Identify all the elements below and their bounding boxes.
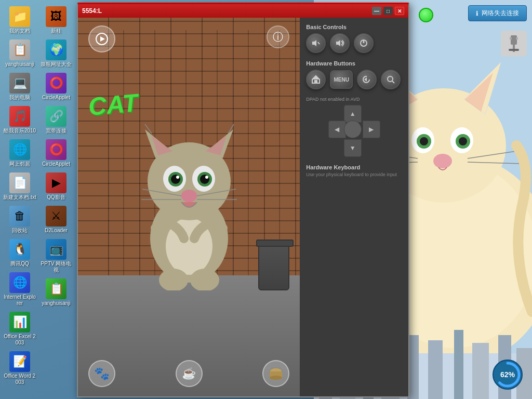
search-button[interactable] — [381, 70, 401, 89]
word-icon: 📝 — [9, 351, 30, 372]
svg-point-12 — [420, 137, 428, 145]
menu-label: MENU — [334, 77, 349, 83]
desktop-icon-qq[interactable]: 🐧 腾讯QQ — [2, 237, 37, 269]
icon-label: CircleApplet — [42, 95, 70, 101]
dpad-left-icon: ◀ — [335, 126, 339, 133]
svg-point-13 — [459, 137, 467, 145]
network-disconnect-button[interactable]: ℹ 网络失去连接 — [468, 5, 527, 21]
power-button[interactable] — [354, 33, 374, 53]
recycle-bin-icon: 🗑 — [9, 206, 30, 227]
desktop-icon-d2loader[interactable]: ⚔ D2Loader — [38, 204, 74, 236]
basic-controls-row — [306, 33, 402, 53]
back-button[interactable] — [357, 70, 377, 89]
svg-marker-60 — [100, 36, 105, 42]
yanghuisanji-icon: 📋 — [9, 39, 30, 60]
dpad-down-button[interactable]: ▼ — [344, 139, 362, 157]
desktop-icon-wangshang-neighbor[interactable]: 🌐 网上邻居 — [2, 137, 37, 169]
desktop-icon-word[interactable]: 📝 Office Word 2003 — [2, 349, 37, 388]
desktop-icon-excel[interactable]: 📊 Office Excel 2003 — [2, 310, 37, 348]
dpad-control: ▲ ▼ ◀ ▶ — [328, 105, 380, 157]
svg-point-51 — [205, 176, 208, 179]
web-daquan-icon: 🌍 — [46, 39, 66, 60]
qq-icon: 🐧 — [9, 239, 30, 260]
dpad-center-button[interactable] — [344, 121, 362, 138]
svg-point-49 — [200, 175, 209, 184]
desktop-icon-pptv[interactable]: 📺 PPTV 网络电视 — [38, 237, 74, 275]
camera-button[interactable] — [88, 25, 115, 52]
menu-button[interactable]: MENU — [330, 70, 353, 89]
icon-label: yanghuisanji — [42, 300, 71, 307]
keyboard-desc: Use your physical keyboard to provide in… — [306, 171, 402, 178]
desktop-icon-yanghuisanji1[interactable]: 📋 yanghuisanji — [2, 37, 37, 70]
drum-button[interactable] — [262, 360, 289, 387]
svg-rect-26 — [454, 330, 463, 399]
dpad-right-button[interactable]: ▶ — [363, 121, 380, 138]
desktop-icon-yanghuisanji2[interactable]: 📋 yanghuisanji — [38, 276, 74, 309]
home-button[interactable] — [306, 70, 326, 89]
keyboard-section: Hardware Keyboard Use your physical keyb… — [306, 164, 402, 178]
computer-icon: 💻 — [9, 73, 30, 94]
desktop-icon-recycle[interactable]: 🗑 回收站 — [2, 204, 37, 236]
volume-down-button[interactable] — [306, 33, 326, 53]
svg-rect-34 — [516, 37, 518, 39]
desktop-icon-haiting-music[interactable]: 🎵 酷我音乐2010 — [2, 104, 37, 136]
icon-label: 我的文档 — [9, 28, 30, 34]
svg-line-76 — [392, 81, 394, 83]
svg-point-63 — [270, 376, 282, 380]
paw-icon: 🐾 — [94, 366, 110, 381]
circle-applet1-icon: ⭕ — [46, 73, 66, 94]
icon-label: Office Word 2003 — [3, 373, 36, 385]
icon-label: PPTV 网络电视 — [39, 261, 73, 273]
desktop: 📁 我的文档 📋 yanghuisanji 💻 我的电脑 🎵 酷我音乐2010 … — [0, 0, 532, 399]
pptv-icon: 📺 — [46, 239, 66, 260]
window-titlebar: 5554:L — □ ✕ — [78, 4, 408, 18]
mug-icon: ☕ — [182, 367, 196, 380]
desktop-icon-circle2[interactable]: ⭕ CircleApplet — [38, 137, 74, 169]
controls-panel: Basic Controls — [300, 18, 408, 396]
desktop-icon-qqyingyuan[interactable]: ▶ QQ影音 — [38, 170, 74, 203]
icon-label: 酷我音乐2010 — [4, 128, 36, 134]
excel-icon: 📊 — [9, 312, 30, 332]
trash-can — [258, 244, 289, 290]
window-title: 5554:L — [82, 7, 372, 15]
status-green-dot — [419, 8, 433, 22]
icon-label: 网上邻居 — [9, 161, 30, 167]
basic-controls-title: Basic Controls — [306, 24, 402, 30]
desktop-icon-circle1[interactable]: ⭕ CircleApplet — [38, 71, 74, 103]
desktop-icon-wode-wendang[interactable]: 📁 我的文档 — [2, 4, 37, 36]
icon-label: Internet Explorer — [3, 294, 36, 307]
basic-controls-section: Basic Controls — [306, 24, 402, 53]
svg-marker-74 — [364, 77, 367, 82]
dpad-left-button[interactable]: ◀ — [328, 121, 346, 138]
icon-label: CircleApplet — [42, 161, 70, 167]
maximize-button[interactable]: □ — [383, 7, 393, 15]
svg-point-48 — [171, 175, 180, 184]
dpad-up-button[interactable]: ▲ — [344, 105, 362, 123]
svg-rect-72 — [314, 80, 317, 83]
desktop-icon-ie[interactable]: 🌐 Internet Explorer — [2, 270, 37, 309]
svg-point-75 — [388, 76, 393, 82]
info-button[interactable]: ⓘ — [267, 25, 289, 48]
trash-lid — [256, 240, 294, 247]
icon-label: 我的电脑 — [9, 95, 30, 101]
desktop-icon-wode-diannao[interactable]: 💻 我的电脑 — [2, 71, 37, 103]
minimize-button[interactable]: — — [372, 7, 381, 15]
dpad-section: DPAD not enabled in AVD ▲ ▼ ◀ ▶ — [306, 97, 402, 157]
folder-icon: 📁 — [9, 6, 30, 27]
svg-point-52 — [181, 190, 197, 202]
mug-button[interactable]: ☕ — [176, 360, 203, 387]
svg-marker-68 — [336, 40, 340, 46]
svg-line-67 — [318, 42, 320, 44]
desktop-icon-xingui[interactable]: 🖼 新桂 — [38, 4, 74, 36]
close-button[interactable]: ✕ — [395, 7, 404, 15]
yanghuisanji2-icon: 📋 — [46, 278, 66, 299]
desktop-icon-xinjian-txt[interactable]: 📄 新建文本档.txt — [2, 170, 37, 203]
desktop-icon-web-daquan[interactable]: 🌍 蜃瓶网址大全 — [38, 37, 74, 70]
svg-point-50 — [176, 176, 179, 179]
volume-up-button[interactable] — [330, 33, 350, 53]
desktop-icon-broadband[interactable]: 🔗 宽带连接 — [38, 104, 74, 136]
dpad-right-icon: ▶ — [369, 126, 374, 133]
paw-button[interactable]: 🐾 — [88, 360, 115, 387]
tom-cat-character — [132, 119, 246, 290]
desktop-icon-list: 📁 我的文档 📋 yanghuisanji 💻 我的电脑 🎵 酷我音乐2010 … — [0, 0, 81, 399]
